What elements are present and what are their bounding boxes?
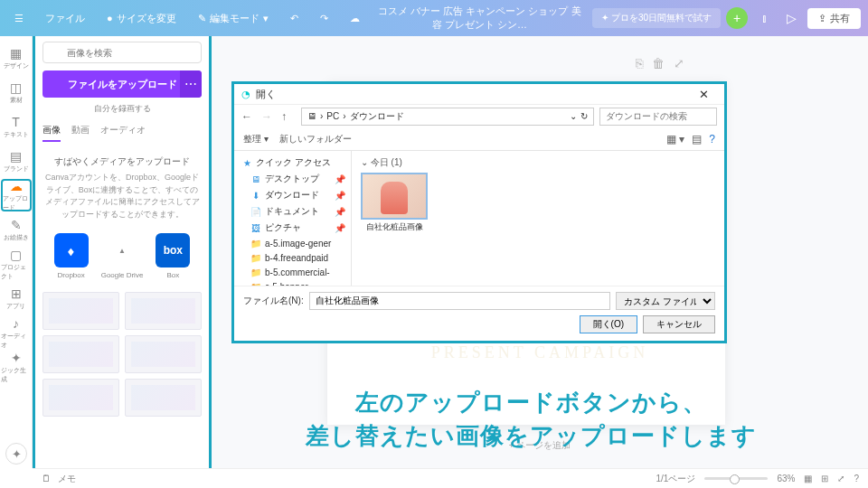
folder-search-input[interactable] [599,108,717,126]
file-item[interactable]: 自社化粧品画像 [361,173,428,233]
tab-images[interactable]: 画像 [42,124,61,142]
grid-view-icon[interactable]: ▦ [804,474,812,483]
new-folder-button[interactable]: 新しいフォルダー [279,133,352,145]
box-connect[interactable]: boxBox [156,233,190,279]
file-menu[interactable]: ファイル [38,8,92,29]
left-rail: ▦デザイン ◫素材 Tテキスト ▤ブランド ☁アップロード ✎お絵描き ▢プロジ… [0,36,33,468]
file-list: ⌄ 今日 (1) 自社化粧品画像 [352,151,724,286]
tree-folder[interactable]: 📁a-5.image-gener [234,236,351,250]
tree-pictures[interactable]: 🖼ピクチャ 📌 [234,220,351,236]
app-header: ☰ ファイル ● サイズを変更 ✎ 編集モード ▾ ↶ ↷ ☁ コスメ バナー … [0,0,868,36]
rail-brand[interactable]: ▤ブランド [1,145,32,177]
star-icon: ★ [241,157,252,168]
tree-folder[interactable]: 📁b-5.commercial- [234,265,351,279]
filename-input[interactable] [309,292,610,310]
upload-more-button[interactable]: ⋯ [180,70,202,98]
upload-thumb[interactable] [42,379,119,417]
upload-thumb[interactable] [42,335,119,373]
thumbnail-view-icon[interactable]: ⊞ [821,474,828,483]
fullscreen-icon[interactable]: ⤢ [837,474,844,483]
view-mode-button[interactable]: ▦ ▾ [666,133,684,145]
lock-page-icon[interactable]: 🗑 [652,56,665,70]
rail-draw[interactable]: ✎お絵描き [1,213,32,246]
refresh-icon[interactable]: ↻ [580,111,588,121]
view-list-button[interactable]: ▤ [692,133,702,145]
zoom-value[interactable]: 63% [777,474,795,483]
rail-text[interactable]: Tテキスト [1,110,32,143]
tab-video[interactable]: 動画 [71,124,90,142]
present-button[interactable]: ▷ [780,7,802,29]
edit-mode-menu[interactable]: ✎ 編集モード ▾ [191,8,276,29]
upload-thumb[interactable] [42,292,119,330]
forward-button[interactable]: → [261,110,276,123]
rail-design[interactable]: ▦デザイン [1,42,32,74]
header-right: ✦ プロを30日間無料で試す + ⫾ ▷ ⇪ 共有 [592,7,861,29]
upload-thumb[interactable] [125,335,202,373]
close-button[interactable]: ✕ [690,88,717,101]
sparkle-icon: ✦ [11,351,22,365]
breadcrumb[interactable]: 🖥 › PC › ダウンロード ⌄ ↻ [301,108,594,126]
rail-audio[interactable]: ♪オーディオ [1,316,32,349]
upload-file-button[interactable]: ファイルをアップロード [42,70,202,98]
resize-menu[interactable]: ● サイズを変更 [99,8,184,29]
record-self-link[interactable]: 自分を録画する [42,103,202,115]
tab-audio[interactable]: オーディオ [100,124,146,142]
pencil-icon: ✎ [11,218,22,232]
up-button[interactable]: ↑ [281,110,296,123]
dropbox-icon: ⬧ [54,233,89,267]
tree-folder[interactable]: 📁b-4.freeandpaid [234,250,351,265]
shapes-icon: ◫ [10,80,22,95]
help-status-icon[interactable]: ? [854,474,859,483]
prompt-body: Canvaアカウントを、Dropbox、Googleドライブ、Boxに連携するこ… [42,172,202,221]
page-indicator[interactable]: 1/1ページ [656,473,696,485]
tree-folder[interactable]: 📁c-5.banner [234,279,351,286]
tree-quick-access[interactable]: ★クイック アクセス [234,155,351,171]
dialog-footer: ファイル名(N): カスタム ファイル 開く(O) キャンセル [234,286,724,341]
tree-downloads[interactable]: ⬇ダウンロード 📌 [234,187,351,203]
menu-button[interactable]: ☰ [7,9,31,28]
duplicate-page-icon[interactable]: ⎘ [636,56,643,70]
brand-icon: ▤ [10,149,22,164]
rail-upload[interactable]: ☁アップロード [1,179,32,211]
more-page-icon[interactable]: ⤢ [674,56,684,70]
notes-label[interactable]: メモ [58,473,76,485]
upload-panel: 🔍 ファイルをアップロード ⋯ 自分を録画する 画像 動画 オーディオ すばやく… [33,36,212,468]
upload-thumb[interactable] [125,292,202,330]
rail-projects[interactable]: ▢プロジェクト [1,248,32,280]
apps-icon: ⊞ [11,286,22,301]
notes-icon[interactable]: 🗒 [42,474,51,483]
rail-elements[interactable]: ◫素材 [1,76,32,108]
dropbox-connect[interactable]: ⬧Dropbox [54,233,89,279]
rail-magic[interactable]: ✦ジック生成 [1,351,32,383]
redo-button[interactable]: ↷ [313,9,335,28]
back-button[interactable]: ← [241,110,256,123]
file-open-dialog: ◔開く ✕ ← → ↑ 🖥 › PC › ダウンロード ⌄ ↻ 整理 ▾ 新しい… [234,84,724,341]
help-icon[interactable]: ? [709,133,715,145]
open-button[interactable]: 開く(O) [580,315,637,333]
document-title[interactable]: コスメ バナー 広告 キャンペーン ショップ 美容 プレゼント シン… [374,5,585,32]
tree-documents[interactable]: 📄ドキュメント 📌 [234,203,351,220]
help-fab[interactable]: ✦ [5,443,27,465]
search-input[interactable] [42,42,202,63]
search-wrap: 🔍 [42,42,202,63]
folder-icon: 📁 [250,267,261,277]
instruction-line-2: 差し替えたい画像をアップロードします [212,419,850,452]
tree-desktop[interactable]: 🖥デスクトップ 📌 [234,171,351,187]
chevron-down-icon[interactable]: ⌄ [570,111,577,121]
analytics-button[interactable]: ⫾ [753,7,775,29]
organize-menu[interactable]: 整理 ▾ [243,133,269,145]
file-dialog-highlight: ◔開く ✕ ← → ↑ 🖥 › PC › ダウンロード ⌄ ↻ 整理 ▾ 新しい… [231,81,727,343]
try-pro-button[interactable]: ✦ プロを30日間無料で試す [592,8,721,28]
gdrive-connect[interactable]: ▲Google Drive [101,233,144,279]
zoom-slider[interactable] [704,477,768,480]
upload-thumb[interactable] [125,379,202,417]
cancel-button[interactable]: キャンセル [643,315,715,333]
rail-apps[interactable]: ⊞アプリ [1,282,32,314]
undo-button[interactable]: ↶ [283,9,306,28]
add-button[interactable]: + [726,7,748,29]
filetype-select[interactable]: カスタム ファイル [616,292,715,310]
prompt-title: すばやくメディアをアップロード [42,155,202,168]
share-button[interactable]: ⇪ 共有 [807,8,861,29]
text-icon: T [12,115,20,129]
dialog-title: 開く [256,88,276,101]
